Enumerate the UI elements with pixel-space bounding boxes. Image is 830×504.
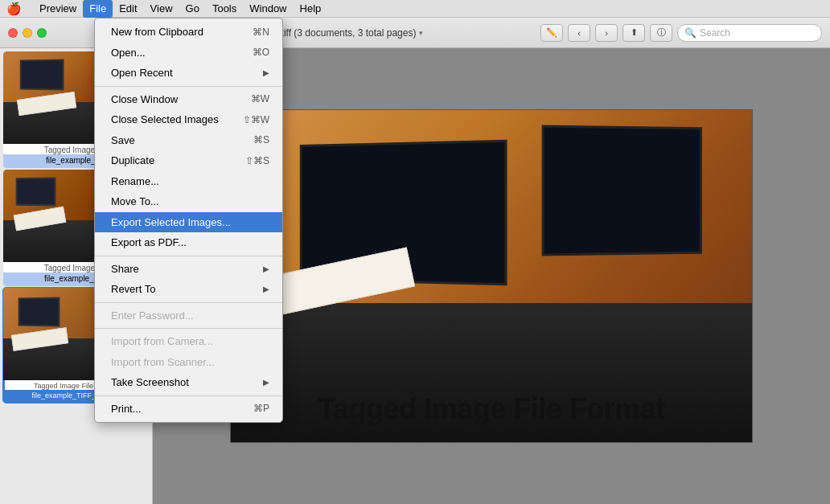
- file-menu-dropdown: New from Clipboard ⌘N Open... ⌘O Open Re…: [94, 18, 283, 423]
- menubar-window[interactable]: Window: [243, 0, 293, 18]
- arrow-screenshot-icon: ▶: [263, 376, 269, 388]
- shortcut-save: ⌘S: [253, 133, 269, 147]
- separator-3: [95, 302, 282, 303]
- menubar-file[interactable]: File: [83, 0, 113, 18]
- apple-menu[interactable]: 🍎: [6, 2, 22, 16]
- menu-export-pdf[interactable]: Export as PDF...: [95, 232, 282, 253]
- menu-move-to[interactable]: Move To...: [95, 191, 282, 212]
- menubar-preview[interactable]: Preview: [33, 0, 83, 18]
- arrow-share-icon: ▶: [263, 263, 269, 275]
- separator-1: [95, 86, 282, 87]
- arrow-open-recent-icon: ▶: [263, 67, 269, 79]
- menu-export-selected[interactable]: Export Selected Images...: [95, 212, 282, 233]
- menu-new-clipboard[interactable]: New from Clipboard ⌘N: [95, 22, 282, 43]
- menu-close-selected[interactable]: Close Selected Images ⇧⌘W: [95, 109, 282, 130]
- shortcut-open: ⌘O: [253, 45, 269, 59]
- shortcut-new: ⌘N: [253, 25, 269, 39]
- menubar-go[interactable]: Go: [179, 0, 206, 18]
- window: file_example_TIFF_1MB.tiff (3 documents,…: [0, 18, 830, 504]
- menu-rename[interactable]: Rename...: [95, 171, 282, 192]
- menu-save[interactable]: Save ⌘S: [95, 130, 282, 151]
- menu-import-camera[interactable]: Import from Camera...: [95, 331, 282, 352]
- menu-revert-to[interactable]: Revert To ▶: [95, 279, 282, 300]
- menu-close-window[interactable]: Close Window ⌘W: [95, 89, 282, 110]
- menu-print[interactable]: Print... ⌘P: [95, 399, 282, 420]
- separator-2: [95, 256, 282, 256]
- arrow-revert-icon: ▶: [263, 283, 269, 295]
- menubar-edit[interactable]: Edit: [113, 0, 143, 18]
- shortcut-close-window: ⌘W: [251, 92, 269, 106]
- dropdown-overlay[interactable]: New from Clipboard ⌘N Open... ⌘O Open Re…: [0, 18, 830, 504]
- separator-5: [95, 395, 282, 396]
- shortcut-close-selected: ⇧⌘W: [243, 113, 269, 127]
- menubar-view[interactable]: View: [144, 0, 179, 18]
- menu-duplicate[interactable]: Duplicate ⇧⌘S: [95, 150, 282, 171]
- menu-import-scanner[interactable]: Import from Scanner...: [95, 352, 282, 373]
- menu-share[interactable]: Share ▶: [95, 259, 282, 280]
- shortcut-print: ⌘P: [253, 401, 269, 416]
- menu-open[interactable]: Open... ⌘O: [95, 43, 282, 64]
- menu-enter-password[interactable]: Enter Password...: [95, 305, 282, 326]
- menu-take-screenshot[interactable]: Take Screenshot ▶: [95, 372, 282, 393]
- menubar: 🍎 Preview File Edit View Go Tools Window…: [0, 0, 830, 18]
- menubar-help[interactable]: Help: [294, 0, 328, 18]
- menu-open-recent[interactable]: Open Recent ▶: [95, 63, 282, 84]
- menubar-tools[interactable]: Tools: [206, 0, 243, 18]
- shortcut-duplicate: ⇧⌘S: [245, 154, 269, 168]
- separator-4: [95, 328, 282, 329]
